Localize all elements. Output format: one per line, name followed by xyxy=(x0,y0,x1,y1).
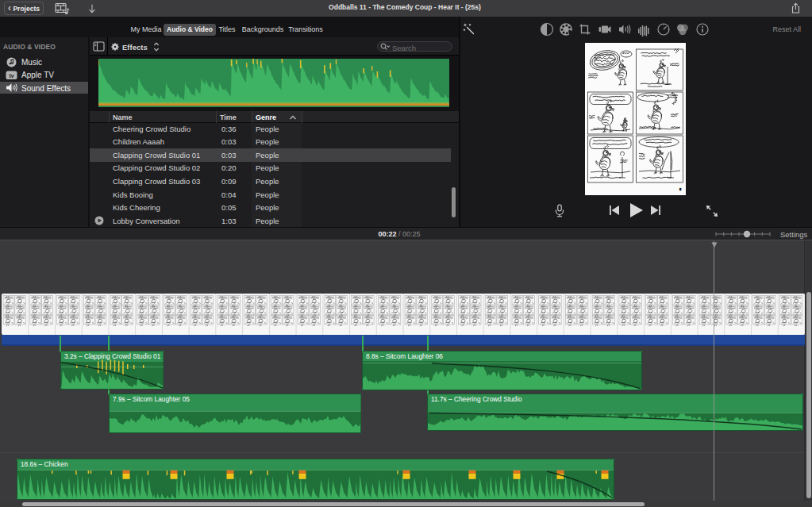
svg-text:18.6s – Chicken: 18.6s – Chicken xyxy=(21,460,68,468)
svg-text:8.8s – Sitcom Laughter 06: 8.8s – Sitcom Laughter 06 xyxy=(366,352,443,360)
svg-text:3.2s – Clapping Crowd Studio 0: 3.2s – Clapping Crowd Studio 01 xyxy=(64,352,161,360)
svg-text:7.9s – Sitcom Laughter 05: 7.9s – Sitcom Laughter 05 xyxy=(113,395,190,403)
svg-text:tv: tv xyxy=(9,73,13,79)
svg-text:11.7s – Cheering Crowd Studio: 11.7s – Cheering Crowd Studio xyxy=(431,395,522,403)
